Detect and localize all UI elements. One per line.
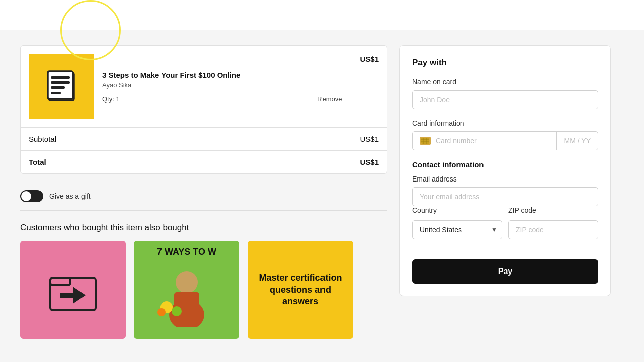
svg-point-16 <box>176 271 198 293</box>
total-row: Total US$1 <box>21 150 387 173</box>
remove-link[interactable]: Remove <box>317 95 342 103</box>
country-label: Country <box>412 206 502 214</box>
card-info-row: Card number MM / YY <box>412 131 598 150</box>
customers-section: Customers who bought this item also boug… <box>20 223 387 339</box>
product-card: 3 Steps to Make Your First $100 Online A… <box>20 45 387 174</box>
total-label: Total <box>29 158 46 166</box>
top-navigation-bar <box>0 0 644 30</box>
card-information-section: Card information Card numbe <box>412 119 598 150</box>
svg-rect-13 <box>50 278 70 285</box>
card-information-label: Card information <box>412 119 598 127</box>
pay-button[interactable]: Pay <box>412 259 598 284</box>
svg-rect-22 <box>421 138 429 144</box>
zip-wrap <box>508 220 598 239</box>
email-label: Email address <box>412 175 598 183</box>
left-column: 3 Steps to Make Your First $100 Online A… <box>20 45 387 339</box>
country-zip-labels: Country ZIP code <box>412 206 598 214</box>
card-number-wrap[interactable]: Card number <box>413 132 556 150</box>
product-qty-row: Qty: 1 Remove <box>102 95 342 103</box>
product-recommendations-grid: 7 WAYS TO W <box>20 241 387 339</box>
country-select[interactable]: United States Canada United Kingdom <box>412 220 502 239</box>
yellow-card-text: Master certification questions and answe… <box>254 272 347 307</box>
pay-with-title: Pay with <box>412 58 598 68</box>
contact-section-title: Contact information <box>412 160 598 169</box>
product-info: 3 Steps to Make Your First $100 Online A… <box>102 71 342 103</box>
svg-rect-8 <box>51 76 70 79</box>
name-on-card-label: Name on card <box>412 78 598 86</box>
svg-rect-9 <box>51 81 70 84</box>
person-figure-icon <box>151 257 222 327</box>
svg-rect-6 <box>48 71 73 99</box>
card-chip-icon <box>420 137 431 145</box>
country-zip-row: United States Canada United Kingdom ▼ <box>412 220 598 239</box>
payment-panel: Pay with Name on card Card information <box>399 45 611 296</box>
subtotal-label: Subtotal <box>29 135 56 143</box>
green-card-text: 7 WAYS TO W <box>136 243 237 262</box>
svg-point-20 <box>172 306 182 316</box>
email-input[interactable] <box>412 187 598 206</box>
subtotal-row: Subtotal US$1 <box>21 127 387 150</box>
svg-point-21 <box>157 308 166 316</box>
svg-marker-14 <box>60 287 86 304</box>
product-title: 3 Steps to Make Your First $100 Online <box>102 71 342 79</box>
recommendation-card-2[interactable]: 7 WAYS TO W <box>134 241 239 339</box>
name-on-card-section: Name on card <box>412 78 598 109</box>
product-item: 3 Steps to Make Your First $100 Online A… <box>21 46 387 127</box>
country-select-wrap: United States Canada United Kingdom ▼ <box>412 220 502 239</box>
product-price: US$1 <box>350 54 379 63</box>
zip-label: ZIP code <box>508 206 598 214</box>
gift-section: Give as a gift <box>20 182 387 211</box>
product-author-link[interactable]: Ayao Sika <box>102 81 342 89</box>
name-on-card-input[interactable] <box>412 90 598 109</box>
recommendation-card-3[interactable]: Master certification questions and answe… <box>248 241 353 339</box>
gift-label: Give as a gift <box>49 192 91 200</box>
product-thumbnail <box>29 54 94 119</box>
right-column: Pay with Name on card Card information <box>399 45 611 339</box>
card-number-placeholder: Card number <box>436 137 477 145</box>
card-expiry-placeholder[interactable]: MM / YY <box>556 132 598 150</box>
folder-icon <box>45 262 101 318</box>
product-thumbnail-icon <box>44 69 79 104</box>
recommendation-card-1[interactable] <box>20 241 126 339</box>
zip-code-input[interactable] <box>508 220 598 239</box>
customers-section-heading: Customers who bought this item also boug… <box>20 223 387 233</box>
svg-rect-10 <box>51 86 65 89</box>
qty-label: Qty: 1 <box>102 95 120 103</box>
subtotal-value: US$1 <box>360 135 379 143</box>
svg-rect-11 <box>51 92 61 94</box>
gift-toggle[interactable] <box>20 190 43 202</box>
total-value: US$1 <box>360 158 379 166</box>
contact-information-section: Contact information Email address Countr… <box>412 160 598 239</box>
